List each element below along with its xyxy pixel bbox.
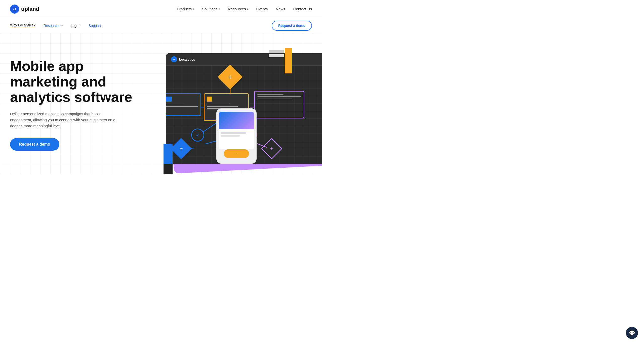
phone-mockup: → [216,108,257,164]
flow-diamond-purple: + [261,138,283,159]
phone-screen [219,112,254,149]
orange-accent [285,48,292,73]
sub-nav: Why Localytics? Resources ▾ Log In Suppo… [0,18,322,33]
sub-nav-links: Why Localytics? Resources ▾ Log In Suppo… [10,23,101,28]
arrow-icon: → [234,151,238,156]
request-demo-button-subnav[interactable]: Request a demo [272,21,312,31]
phone-banner [219,112,254,129]
chevron-down-icon: ▾ [247,8,248,10]
nav-news[interactable]: News [276,7,285,11]
subnav-why-localytics[interactable]: Why Localytics? [10,23,35,28]
hero-illustration: u Localytics — [151,48,312,174]
nav-contact-us[interactable]: Contact Us [293,7,312,11]
top-nav: u upland Products ▾ Solutions ▾ Resource… [0,0,322,18]
hero-cta-button[interactable]: Request a demo [10,138,59,151]
flow-box-blue [166,93,201,116]
phone-cta-button: → [224,149,249,158]
nav-products[interactable]: Products ▾ [177,7,194,11]
nav-resources[interactable]: Resources ▾ [228,7,248,11]
nav-solutions[interactable]: Solutions ▾ [202,7,220,11]
chevron-down-icon: ▾ [61,24,63,27]
top-nav-links: Products ▾ Solutions ▾ Resources ▾ Event… [177,7,312,11]
app-window-title: Localytics [179,58,195,61]
hero-content: Mobile app marketing and analytics softw… [10,48,141,151]
logo-icon: u [10,5,19,14]
chevron-down-icon: ▾ [193,8,194,10]
flow-diamond-blue: + [171,138,192,159]
hero-section: Mobile app marketing and analytics softw… [0,33,322,174]
flow-box-orange-icon [207,97,212,102]
flow-diamond-orange: + [218,65,243,90]
gray-accent-top [269,50,284,53]
logo-text: upland [21,6,39,12]
subnav-support[interactable]: Support [89,24,101,28]
nav-events[interactable]: Events [256,7,268,11]
flow-box-blue-icon [166,97,172,102]
app-window: u Localytics — [166,53,322,164]
hero-title: Mobile app marketing and analytics softw… [10,58,141,105]
phone-content [219,131,254,139]
flow-box-purple [254,91,304,118]
dark-accent [164,164,173,174]
app-content: + [166,66,322,164]
hero-description: Deliver personalized mobile app campaign… [10,111,116,129]
app-logo-icon: u [171,56,177,62]
subnav-login[interactable]: Log In [71,24,80,28]
blue-accent [164,144,173,164]
gray-accent-bottom [269,54,284,57]
chevron-down-icon: ▾ [219,8,220,10]
flow-circle-check: ✓ [191,128,204,142]
app-window-logo: u Localytics [171,56,195,62]
app-window-header: u Localytics — [166,53,322,66]
subnav-resources[interactable]: Resources ▾ [44,24,63,28]
upland-logo[interactable]: u upland [10,5,39,14]
